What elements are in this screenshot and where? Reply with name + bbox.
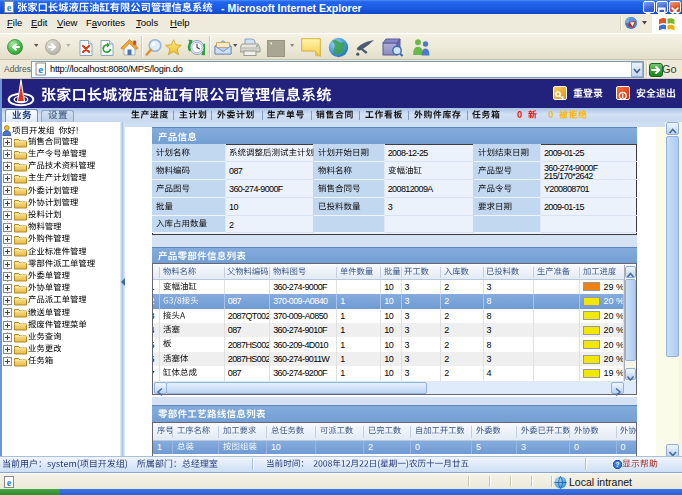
svg-text:?: ? xyxy=(615,461,619,468)
svg-text:e: e xyxy=(7,477,12,488)
svg-text:e: e xyxy=(38,63,43,75)
svg-text:e: e xyxy=(7,2,12,13)
